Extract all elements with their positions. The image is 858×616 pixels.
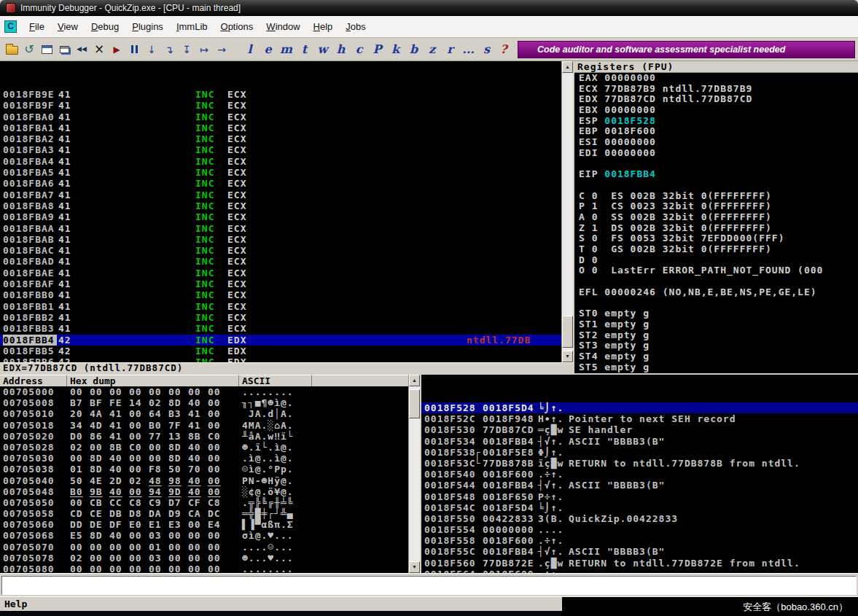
header-hexdump[interactable]: Hex dump bbox=[67, 375, 239, 386]
register-line[interactable]: EFL 00000246 (NO,NB,E,BE,NS,PE,GE,LE) bbox=[579, 287, 858, 298]
disasm-row[interactable]: 0018FBAA41INCECX bbox=[0, 223, 561, 234]
register-line[interactable]: S 0 FS 0053 32bit 7EFDD000(FFF) bbox=[579, 233, 858, 244]
hexdump-row[interactable]: 00705020D086410077138BC0╨åA.w‼ï└ bbox=[0, 431, 408, 442]
stack-row[interactable]: 0018F55C0018FBB4┤√↑.ASCII "BBBB3(B" bbox=[421, 546, 858, 557]
register-line[interactable] bbox=[579, 276, 858, 287]
disasm-row[interactable]: 0018FBA841INCECX bbox=[0, 200, 561, 211]
hexdump-row[interactable]: 007050000000000000000000........ bbox=[0, 386, 408, 397]
cascade-windows-button[interactable] bbox=[55, 41, 73, 58]
disasm-row[interactable]: 0018FBAF41INCECX bbox=[0, 278, 561, 289]
step-into-button[interactable]: ↓ bbox=[143, 41, 160, 58]
hexdump-row[interactable]: 00705040504E2D0248984000PN-☻Hÿ@. bbox=[0, 475, 408, 486]
hexdump-row[interactable]: 00705018344D4100B07F41004MA.░⌂A. bbox=[0, 420, 408, 431]
register-line[interactable]: C 0 ES 002B 32bit 0(FFFFFFFF) bbox=[579, 191, 858, 202]
disasm-row[interactable]: 0018FBB341INCECX bbox=[0, 323, 561, 334]
disasm-row[interactable]: 0018FBA941INCECX bbox=[0, 211, 561, 222]
stack-row[interactable]: 0018F5280018F5D4╘⌡↑. bbox=[421, 402, 858, 413]
stack-row[interactable]: 0018F5340018FBB4┤√↑.ASCII "BBBB3(B" bbox=[421, 436, 858, 447]
register-line[interactable]: EDI 00000000 bbox=[579, 148, 858, 159]
rewind-button[interactable]: ◀◀ bbox=[73, 41, 90, 58]
view-button-s[interactable]: s bbox=[477, 42, 496, 58]
view-button-h[interactable]: h bbox=[332, 42, 350, 58]
stack-row[interactable]: 0018F55400000000.... bbox=[421, 524, 858, 535]
view-button-z[interactable]: z bbox=[423, 42, 441, 58]
scroll-up-icon[interactable]: ▲ bbox=[409, 375, 420, 386]
stack-pane[interactable]: 0018F5280018F5D4╘⌡↑.0018F52C0018F948H∙↑.… bbox=[420, 375, 858, 573]
stack-row[interactable]: 0018F5440018FBB4┤√↑.ASCII "BBBB3(B" bbox=[421, 480, 858, 491]
restart-button[interactable]: ↺ bbox=[20, 41, 38, 58]
menu-immlib[interactable]: ImmLib bbox=[170, 17, 214, 37]
titlebar[interactable]: Immunity Debugger - QuickZip.exe - [CPU … bbox=[0, 0, 858, 16]
scroll-down-icon[interactable]: ▼ bbox=[562, 351, 573, 362]
stack-row[interactable]: 0018F56077DB872E.ç█wRETURN to ntdll.77DB… bbox=[421, 558, 858, 569]
close-x-button[interactable]: × bbox=[90, 41, 108, 58]
hexdump-row[interactable]: 007050780200000003000000☻...♥... bbox=[0, 553, 408, 564]
register-line[interactable]: ESI 00000000 bbox=[579, 137, 858, 148]
register-line[interactable]: A 0 SS 002B 32bit 0(FFFFFFFF) bbox=[579, 212, 858, 223]
view-button-c[interactable]: c bbox=[350, 42, 368, 58]
stack-row[interactable]: 0018F550004228333(B.QuickZip.00422833 bbox=[421, 513, 858, 524]
register-line[interactable]: ST4 empty g bbox=[579, 351, 858, 362]
menu-jobs[interactable]: Jobs bbox=[339, 17, 372, 37]
hexdump-row[interactable]: 00705058CDCEDBD8DAD9CADC═╬█╪┌┘╩▄ bbox=[0, 508, 408, 519]
disasm-pane[interactable]: 0018FB9E41INCECX0018FB9F41INCECX0018FBA0… bbox=[0, 61, 561, 362]
hexdump-row[interactable]: 00705030008D4000008D4000.ì@..ì@. bbox=[0, 453, 408, 464]
menu-help[interactable]: Help bbox=[307, 17, 340, 37]
view-button-more[interactable]: ... bbox=[459, 42, 477, 58]
disasm-row[interactable]: 0018FBA041INCECX bbox=[0, 112, 561, 122]
register-line[interactable]: O 0 LastErr ERROR_PATH_NOT_FOUND (000 bbox=[579, 265, 858, 276]
run-button[interactable]: ▶ bbox=[108, 41, 125, 58]
hexdump-row[interactable]: 00705048B09B4000949D4000░¢@.ö¥@. bbox=[0, 486, 408, 497]
open-folder-button[interactable] bbox=[3, 41, 20, 58]
register-line[interactable]: ST2 empty g bbox=[579, 330, 858, 341]
disasm-row[interactable]: 0018FBB041INCECX bbox=[0, 289, 561, 300]
disasm-row[interactable]: 0018FBA341INCECX bbox=[0, 144, 561, 155]
stack-row[interactable]: 0018F5580018F600.÷↑. bbox=[421, 535, 858, 546]
disasm-scroll-thumb[interactable] bbox=[562, 316, 573, 348]
scroll-down-icon[interactable]: ▼ bbox=[409, 561, 420, 573]
register-line[interactable]: EDX 77DB87CD ntdll.77DB87CD bbox=[579, 94, 858, 105]
disasm-row[interactable]: 0018FBA441INCECX bbox=[0, 156, 561, 167]
view-button-r[interactable]: r bbox=[441, 42, 459, 58]
hexdump-row[interactable]: 007050700000000001000000....☺... bbox=[0, 542, 408, 553]
hexdump-scrollbar[interactable]: ▲ ▼ bbox=[408, 375, 420, 573]
register-line[interactable]: P 1 CS 0023 32bit 0(FFFFFFFF) bbox=[579, 201, 858, 212]
view-button-w[interactable]: w bbox=[313, 42, 332, 58]
register-line[interactable]: Z 1 DS 002B 32bit 0(FFFFFFFF) bbox=[579, 223, 858, 234]
stack-row[interactable]: 0018F53077DB87CD═ç█wSE handler bbox=[421, 424, 858, 435]
animate-into-button[interactable]: ↧ bbox=[178, 41, 195, 58]
register-line[interactable]: T 0 GS 002B 32bit 0(FFFFFFFF) bbox=[579, 244, 858, 255]
register-line[interactable]: ST5 empty g bbox=[579, 362, 858, 373]
menu-options[interactable]: Options bbox=[214, 17, 260, 37]
menu-plugins[interactable]: Plugins bbox=[125, 17, 170, 37]
hexdump-row[interactable]: 00705068E58D400003000000σì@.♥... bbox=[0, 530, 408, 541]
disasm-row[interactable]: 0018FB9E41INCECX bbox=[0, 89, 561, 100]
register-line[interactable]: EAX 00000000 bbox=[579, 73, 858, 84]
disasm-row[interactable]: 0018FBA141INCECX bbox=[0, 122, 561, 133]
animate-over-button[interactable]: ↦ bbox=[195, 41, 213, 58]
disasm-row[interactable]: 0018FBB642INCEDX bbox=[0, 356, 561, 362]
register-line[interactable]: EIP 0018FBB4 bbox=[579, 169, 858, 180]
header-address[interactable]: Address bbox=[0, 375, 67, 386]
hexdump-row[interactable]: 00705008B7BFFE14028D4000╖┐■¶☻ì@. bbox=[0, 397, 408, 408]
stack-row[interactable]: 0018F5400018F600.÷↑. bbox=[421, 469, 858, 480]
header-ascii[interactable]: ASCII bbox=[239, 375, 312, 386]
disasm-row[interactable]: 0018FBB442INCEDXntdll.77DB bbox=[0, 335, 561, 346]
register-line[interactable] bbox=[579, 159, 858, 170]
disasm-scrollbar[interactable]: ▲ ▼ bbox=[561, 61, 573, 362]
register-line[interactable]: D 0 bbox=[579, 255, 858, 266]
registers-pane[interactable]: Registers (FPU) EAX 00000000ECX 77DB87B9… bbox=[573, 61, 858, 373]
register-line[interactable] bbox=[579, 180, 858, 191]
disasm-row[interactable]: 0018FBA741INCECX bbox=[0, 190, 561, 200]
register-line[interactable]: ESP 0018F528 bbox=[579, 116, 858, 127]
view-button-e[interactable]: e bbox=[259, 42, 277, 58]
disasm-row[interactable]: 0018FBAD41INCECX bbox=[0, 256, 561, 267]
disasm-row[interactable]: 0018FBB241INCECX bbox=[0, 312, 561, 323]
step-over-button[interactable]: ↴ bbox=[160, 41, 178, 58]
hexdump-row[interactable]: 007050800000000000000000........ bbox=[0, 564, 408, 573]
view-button-m[interactable]: m bbox=[277, 42, 295, 58]
hexdump-row[interactable]: 00705038018D4000F8507000☺ì@.°Pp. bbox=[0, 464, 408, 475]
menu-window[interactable]: Window bbox=[260, 17, 306, 37]
scroll-up-icon[interactable]: ▲ bbox=[562, 61, 573, 73]
help-button[interactable]: ? bbox=[496, 42, 512, 58]
